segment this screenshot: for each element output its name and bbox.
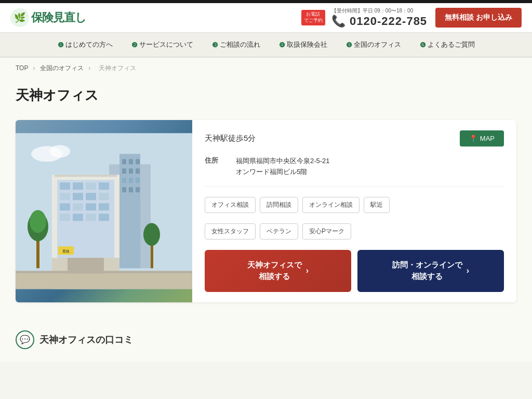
review-header: 💬 天神オフィスの口コミ	[16, 330, 516, 349]
nav-item-faq[interactable]: ❻ よくあるご質問	[410, 33, 484, 57]
address-value: 福岡県福岡市中央区今泉2-5-21 オンワード福岡ビル5階	[236, 156, 330, 178]
review-section: 💬 天神オフィスの口コミ	[0, 318, 532, 362]
svg-rect-44	[16, 271, 192, 273]
breadcrumb: TOP › 全国のオフィス › 天神オフィス	[0, 58, 532, 79]
phone-icon: 📞	[331, 15, 346, 28]
nav-item-hajimete[interactable]: ❶ はじめての方へ	[48, 33, 122, 57]
svg-rect-38	[36, 237, 39, 268]
phone-hours: 【受付時間】平日 09：00〜18：00	[331, 7, 427, 15]
svg-rect-24	[60, 193, 70, 200]
svg-rect-21	[73, 182, 83, 190]
svg-point-2	[49, 145, 70, 157]
svg-rect-29	[73, 203, 83, 210]
breadcrumb-separator-2: ›	[88, 64, 92, 72]
office-details: 天神駅徒歩5分 📍 MAP 住所 福岡県福岡市中央区今泉2-5-21 オンワード…	[192, 120, 516, 302]
svg-rect-30	[86, 203, 96, 210]
tag-pmark: 安心Pマーク	[302, 223, 351, 240]
svg-rect-15	[129, 187, 133, 192]
svg-rect-8	[122, 168, 126, 174]
tags-grid-row1: オフィス相談 訪問相談 オンライン相談 駅近	[205, 197, 504, 213]
office-image: 看板	[16, 120, 192, 302]
tags-grid-row2: 女性スタッフ ベテラン 安心Pマーク	[205, 223, 504, 240]
svg-rect-7	[136, 159, 140, 164]
svg-rect-43	[16, 273, 192, 289]
svg-rect-35	[99, 214, 109, 221]
cta-row: 天神オフィスで 相談する › 訪問・オンラインで 相談する ›	[205, 250, 504, 292]
navigation: ❶ はじめての方へ ❷ サービスについて ❸ ご相談の流れ ❹ 取扱保険会社 ❺…	[0, 33, 532, 58]
svg-rect-11	[122, 178, 126, 183]
tag-veteran: ベテラン	[260, 223, 298, 240]
tag-office-consult: オフィス相談	[205, 197, 256, 213]
svg-rect-18	[55, 175, 117, 177]
logo: 🌿 保険見直し	[10, 8, 86, 27]
svg-rect-23	[99, 182, 109, 190]
nav-item-insurance[interactable]: ❹ 取扱保険会社	[270, 33, 337, 57]
svg-rect-27	[99, 193, 109, 200]
breadcrumb-offices[interactable]: 全国のオフィス	[40, 64, 84, 72]
phone-section: お電話 でご予約 【受付時間】平日 09：00〜18：00 📞 0120-222…	[301, 7, 427, 28]
svg-rect-33	[73, 214, 83, 221]
breadcrumb-top[interactable]: TOP	[16, 64, 28, 72]
svg-rect-10	[136, 168, 140, 174]
logo-text: 保険見直し	[31, 10, 86, 25]
svg-rect-25	[73, 193, 83, 200]
svg-rect-14	[122, 187, 126, 192]
map-pin-icon: 📍	[469, 135, 477, 142]
address-label: 住所	[205, 156, 225, 178]
tag-visit-consult: 訪問相談	[260, 197, 298, 213]
svg-point-40	[30, 210, 46, 233]
svg-rect-20	[60, 182, 70, 190]
station-row: 天神駅徒歩5分 📍 MAP	[205, 130, 504, 147]
cta-visit-button[interactable]: 訪問・オンラインで 相談する ›	[357, 250, 504, 292]
nav-item-offices[interactable]: ❺ 全国のオフィス	[337, 33, 410, 57]
nav-item-flow[interactable]: ❸ ご相談の流れ	[203, 33, 270, 57]
chevron-icon-red: ›	[306, 264, 309, 277]
svg-rect-9	[129, 168, 133, 174]
header-right: お電話 でご予約 【受付時間】平日 09：00〜18：00 📞 0120-222…	[301, 7, 522, 28]
svg-rect-13	[136, 178, 140, 183]
map-button[interactable]: 📍 MAP	[460, 130, 504, 147]
header: 🌿 保険見直し お電話 でご予約 【受付時間】平日 09：00〜18：00 📞 …	[0, 3, 532, 33]
cta-header-button[interactable]: 無料相談 お申し込み	[435, 8, 522, 28]
svg-rect-32	[60, 214, 70, 221]
svg-rect-5	[122, 159, 126, 164]
station-text: 天神駅徒歩5分	[205, 134, 256, 143]
breadcrumb-current: 天神オフィス	[99, 64, 136, 72]
page-title-section: 天神オフィス	[0, 79, 532, 110]
phone-number: 📞 0120-222-785	[331, 15, 427, 28]
svg-rect-34	[86, 214, 96, 221]
chevron-icon-navy: ›	[467, 264, 469, 277]
main-content: 看板 天神駅徒歩5分 📍 MAP 住所 福岡県福岡市中央区今泉2-5-21 オン…	[0, 110, 532, 318]
logo-icon: 🌿	[10, 8, 29, 27]
svg-rect-6	[129, 159, 133, 164]
svg-rect-12	[129, 178, 133, 183]
svg-rect-41	[151, 242, 153, 268]
review-title: 天神オフィスの口コミ	[39, 334, 133, 346]
address-row: 住所 福岡県福岡市中央区今泉2-5-21 オンワード福岡ビル5階	[205, 156, 504, 187]
svg-rect-28	[60, 203, 70, 210]
svg-rect-22	[86, 182, 96, 190]
nav-item-service[interactable]: ❷ サービスについて	[122, 33, 203, 57]
tag-online-consult: オンライン相談	[302, 197, 360, 213]
svg-rect-31	[99, 203, 109, 210]
breadcrumb-separator-1: ›	[33, 64, 37, 72]
tag-female-staff: 女性スタッフ	[205, 223, 256, 240]
cta-office-button[interactable]: 天神オフィスで 相談する ›	[205, 250, 351, 292]
svg-text:看板: 看板	[62, 249, 70, 253]
page-title: 天神オフィス	[16, 86, 516, 104]
svg-rect-26	[86, 193, 96, 200]
phone-badge: お電話 でご予約	[301, 10, 325, 25]
svg-point-42	[143, 223, 160, 246]
phone-info: 【受付時間】平日 09：00〜18：00 📞 0120-222-785	[331, 7, 427, 28]
office-card: 看板 天神駅徒歩5分 📍 MAP 住所 福岡県福岡市中央区今泉2-5-21 オン…	[16, 120, 516, 302]
nav-inner: ❶ はじめての方へ ❷ サービスについて ❸ ご相談の流れ ❹ 取扱保険会社 ❺…	[10, 33, 522, 57]
tag-near-station: 駅近	[364, 197, 390, 213]
review-icon: 💬	[16, 330, 34, 349]
svg-rect-16	[136, 187, 140, 192]
